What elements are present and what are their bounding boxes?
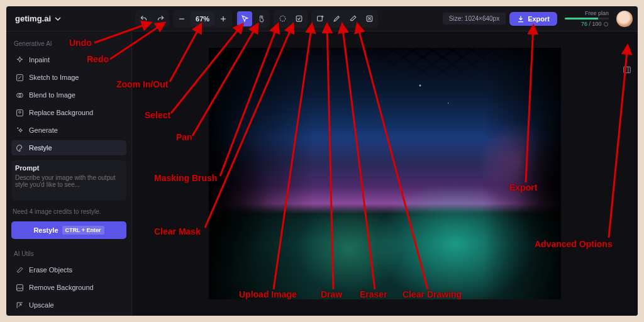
- sidebar-item-label: Upscale: [29, 301, 54, 309]
- pan-tool[interactable]: [253, 11, 269, 26]
- stars-icon: [15, 126, 24, 135]
- sidebar-item-fix-faces[interactable]: Fix Faces / Restore: [11, 315, 126, 316]
- sidebar: Generative AI Inpaint Sketch to Image Bl…: [6, 31, 132, 316]
- restyle-button-label: Restyle: [33, 226, 58, 234]
- coin-icon: [603, 21, 609, 27]
- zoom-percent[interactable]: 67%: [191, 11, 214, 26]
- canvas-size-label[interactable]: Size: 1024×640px: [443, 13, 506, 25]
- prompt-input[interactable]: [15, 174, 123, 196]
- sidebar-item-label: Generate: [29, 126, 58, 134]
- clear-mask-button[interactable]: [291, 11, 306, 26]
- dotted-circle-icon: [279, 14, 287, 23]
- sidebar-item-label: Erase Objects: [29, 266, 72, 274]
- export-label: Export: [528, 15, 550, 23]
- history-group: [135, 10, 169, 28]
- sidebar-item-inpaint[interactable]: Inpaint: [11, 52, 126, 67]
- sidebar-item-blend-to-image[interactable]: Blend to Image: [11, 87, 126, 103]
- app-window: getimg.ai 67%: [6, 6, 638, 316]
- sidebar-item-replace-background[interactable]: Replace Background: [11, 105, 126, 120]
- redo-icon: [156, 14, 165, 23]
- export-button[interactable]: Export: [509, 12, 557, 26]
- prompt-label: Prompt: [15, 164, 123, 172]
- app-logo-dropdown[interactable]: getimg.ai: [11, 11, 65, 26]
- remove-bg-icon: [15, 283, 24, 292]
- sidebar-item-sketch-to-image[interactable]: Sketch to Image: [11, 70, 126, 85]
- zoom-out-button[interactable]: [174, 11, 189, 26]
- image-tools-group: [311, 10, 378, 28]
- clear-mask-icon: [295, 14, 303, 23]
- svg-rect-10: [16, 284, 23, 291]
- palette-icon: [15, 143, 24, 152]
- plan-counts: 76 / 100: [581, 21, 609, 27]
- credit-progress: [565, 18, 609, 19]
- shortcut-badge: CTRL + Enter: [62, 226, 104, 235]
- prompt-panel: Prompt: [11, 160, 126, 201]
- top-toolbar: getimg.ai 67%: [6, 6, 638, 31]
- plus-icon: [219, 15, 227, 23]
- hand-icon: [257, 14, 265, 23]
- user-avatar[interactable]: [616, 11, 633, 27]
- pencil-square-icon: [15, 73, 24, 82]
- sidebar-item-generate[interactable]: Generate: [11, 123, 126, 138]
- app-logo-text: getimg.ai: [15, 14, 51, 23]
- zoom-group: 67%: [173, 10, 232, 28]
- pencil-icon: [333, 14, 341, 23]
- undo-icon: [140, 14, 148, 23]
- canvas-image[interactable]: [209, 48, 561, 299]
- sidebar-item-remove-background[interactable]: Remove Background: [11, 280, 126, 295]
- clear-drawing-button[interactable]: [362, 11, 377, 26]
- sidebar-item-label: Sketch to Image: [29, 74, 79, 81]
- sidebar-item-label: Remove Background: [29, 284, 94, 291]
- svg-point-0: [280, 16, 286, 21]
- ai-utils-label: AI Utils: [14, 250, 124, 257]
- advanced-options-toggle[interactable]: [620, 63, 634, 77]
- svg-rect-2: [317, 16, 322, 21]
- panel-right-icon: [623, 65, 631, 74]
- restyle-button[interactable]: Restyle CTRL + Enter: [11, 221, 126, 239]
- svg-point-4: [604, 23, 608, 26]
- eraser-icon: [349, 14, 357, 23]
- generative-ai-label: Generative AI: [14, 40, 124, 47]
- undo-button[interactable]: [136, 11, 152, 26]
- plan-status: Free plan 76 / 100: [565, 10, 609, 27]
- nav-tools-group: [236, 10, 270, 28]
- plan-label: Free plan: [585, 10, 609, 16]
- sidebar-item-label: Inpaint: [29, 56, 50, 64]
- sidebar-item-label: Restyle: [29, 144, 52, 152]
- sparkle-icon: [15, 55, 24, 64]
- sidebar-item-restyle[interactable]: Restyle: [11, 140, 126, 155]
- mask-tools-group: [274, 10, 308, 28]
- upscale-icon: [15, 301, 24, 309]
- zoom-in-button[interactable]: [216, 11, 231, 26]
- clear-drawing-icon: [365, 14, 374, 23]
- sidebar-item-upscale[interactable]: Upscale: [11, 297, 126, 313]
- chevron-down-icon: [55, 16, 61, 22]
- replace-bg-icon: [15, 108, 24, 117]
- select-tool[interactable]: [237, 11, 252, 26]
- sidebar-item-erase-objects[interactable]: Erase Objects: [11, 262, 126, 277]
- upload-image-button[interactable]: [313, 11, 328, 26]
- svg-rect-14: [624, 67, 631, 72]
- image-plus-icon: [316, 14, 325, 23]
- blend-icon: [15, 91, 24, 99]
- svg-rect-8: [16, 109, 23, 116]
- svg-rect-1: [296, 16, 302, 21]
- erase-objects-icon: [15, 265, 24, 274]
- draw-tool[interactable]: [329, 11, 344, 26]
- canvas-viewport[interactable]: [132, 31, 638, 316]
- sidebar-item-label: Blend to Image: [29, 91, 75, 99]
- credit-note: Need 4 image credits to restyle.: [13, 208, 126, 215]
- cursor-icon: [241, 14, 249, 23]
- main-area: Generative AI Inpaint Sketch to Image Bl…: [6, 31, 638, 316]
- minus-icon: [178, 15, 186, 23]
- sidebar-item-label: Replace Background: [29, 109, 93, 116]
- masking-brush-tool[interactable]: [275, 11, 290, 26]
- redo-button[interactable]: [153, 11, 168, 26]
- eraser-tool[interactable]: [345, 11, 360, 26]
- download-icon: [517, 15, 525, 23]
- svg-point-9: [18, 111, 20, 113]
